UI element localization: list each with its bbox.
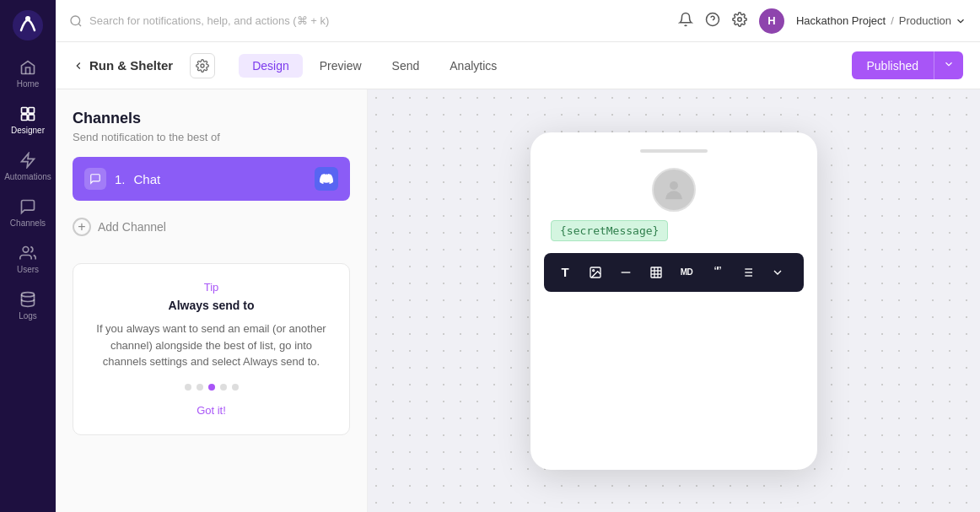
tip-body: If you always want to send an email (or … — [89, 321, 334, 370]
phone-bar — [640, 149, 708, 153]
toolbar-quote-button[interactable]: “” — [704, 260, 730, 285]
chevron-down-icon — [943, 58, 955, 70]
phone-mockup: {secretMessage} T — [530, 132, 817, 470]
editor-toolbar: T — [544, 253, 804, 292]
sidebar-item-users-label: Users — [17, 265, 39, 274]
left-panel: Channels Send notification to the best o… — [56, 89, 368, 512]
sidebar-item-channels-label: Channels — [10, 218, 46, 228]
search-placeholder: Search for notifications, help, and acti… — [89, 14, 329, 27]
sidebar-item-logs[interactable]: Logs — [0, 283, 56, 329]
add-channel-label: Add Channel — [98, 220, 166, 234]
tip-dot-2 — [197, 384, 203, 391]
toolbar-table-button[interactable] — [643, 260, 669, 285]
phone-avatar — [652, 168, 696, 212]
svg-rect-3 — [29, 108, 35, 114]
svg-point-7 — [22, 293, 35, 297]
tab-preview[interactable]: Preview — [306, 54, 375, 78]
settings-icon[interactable] — [732, 12, 747, 30]
search-icon — [69, 14, 83, 28]
published-group: Published — [852, 51, 964, 79]
channels-title: Channels — [73, 110, 350, 127]
notifications-icon[interactable] — [678, 12, 693, 30]
back-arrow-icon — [73, 60, 84, 72]
workflow-title: Run & Shelter — [89, 58, 173, 73]
project-info[interactable]: Hackathon Project / Production — [796, 14, 967, 27]
preview-area: {secretMessage} T — [368, 89, 980, 512]
svg-rect-2 — [22, 108, 28, 114]
toolbar-image-button[interactable] — [583, 260, 608, 285]
chat-channel-icon — [84, 168, 106, 190]
sidebar-item-channels[interactable]: Channels — [0, 190, 56, 236]
nav-tabs: Design Preview Send Analytics — [239, 54, 510, 78]
sidebar-item-home[interactable]: Home — [0, 51, 56, 97]
discord-icon — [315, 167, 338, 191]
tab-design[interactable]: Design — [239, 54, 303, 78]
avatar[interactable]: H — [759, 8, 784, 34]
published-button[interactable]: Published — [852, 51, 934, 79]
channel-number: 1. — [115, 172, 126, 186]
slash-separator: / — [891, 14, 894, 27]
project-env: Production — [899, 14, 951, 27]
topbar: Search for notifications, help, and acti… — [56, 0, 980, 42]
tab-analytics[interactable]: Analytics — [436, 54, 510, 78]
svg-point-11 — [738, 17, 742, 21]
tip-dots — [89, 384, 334, 391]
svg-point-8 — [71, 16, 80, 25]
toolbar-divider-button[interactable] — [613, 260, 638, 285]
gear-icon — [196, 59, 209, 73]
subheader: Run & Shelter Design Preview Send Analyt… — [56, 42, 980, 89]
got-it-button[interactable]: Got it! — [197, 404, 226, 417]
sidebar-item-designer-label: Designer — [11, 126, 45, 135]
channel-name: Chat — [134, 172, 161, 186]
svg-point-6 — [23, 247, 29, 253]
project-title: Hackathon Project — [796, 14, 886, 27]
add-channel-plus-icon: + — [73, 218, 91, 236]
svg-point-1 — [25, 16, 30, 21]
search-area[interactable]: Search for notifications, help, and acti… — [69, 14, 668, 28]
channel-chat[interactable]: 1. Chat — [73, 157, 350, 201]
sidebar-item-home-label: Home — [17, 79, 40, 89]
toolbar-markdown-button[interactable]: MD — [674, 260, 699, 285]
workflow-settings-button[interactable] — [190, 53, 215, 78]
add-channel-button[interactable]: + Add Channel — [73, 211, 350, 243]
toolbar-more-button[interactable] — [765, 260, 790, 285]
tip-label: Tip — [89, 281, 334, 294]
published-dropdown-button[interactable] — [934, 51, 963, 79]
sidebar-item-designer[interactable]: Designer — [0, 97, 56, 143]
tab-send[interactable]: Send — [379, 54, 433, 78]
tip-title: Always send to — [89, 299, 334, 312]
tip-dot-5 — [232, 384, 239, 391]
app-logo[interactable] — [11, 8, 45, 42]
sidebar-item-automations[interactable]: Automations — [0, 143, 56, 190]
sidebar-item-logs-label: Logs — [19, 311, 37, 321]
sidebar-item-users[interactable]: Users — [0, 236, 56, 283]
tip-box: Tip Always send to If you always want to… — [73, 263, 350, 435]
content-area: Channels Send notification to the best o… — [56, 89, 980, 512]
svg-point-0 — [13, 10, 43, 40]
secret-message-tag: {secretMessage} — [551, 220, 668, 241]
topbar-right: H Hackathon Project / Production — [678, 8, 967, 34]
tip-dot-1 — [185, 384, 191, 391]
svg-point-15 — [593, 269, 595, 271]
back-button[interactable]: Run & Shelter — [73, 58, 173, 73]
toolbar-list-button[interactable] — [735, 260, 760, 285]
svg-rect-17 — [651, 267, 661, 278]
channels-subtitle: Send notification to the best of — [73, 131, 350, 143]
main-area: Search for notifications, help, and acti… — [56, 0, 980, 512]
svg-point-12 — [201, 64, 204, 67]
svg-rect-5 — [29, 115, 35, 121]
tip-dot-3 — [208, 384, 215, 391]
svg-rect-4 — [22, 115, 28, 121]
chevron-down-icon — [955, 15, 967, 27]
svg-point-13 — [670, 181, 678, 190]
help-icon[interactable] — [705, 12, 720, 30]
toolbar-text-button[interactable]: T — [552, 260, 578, 285]
sidebar-item-automations-label: Automations — [4, 172, 51, 181]
sidebar: Home Designer Automations Channels Users — [0, 0, 56, 512]
tip-dot-4 — [220, 384, 227, 391]
avatar-initial: H — [767, 14, 775, 27]
